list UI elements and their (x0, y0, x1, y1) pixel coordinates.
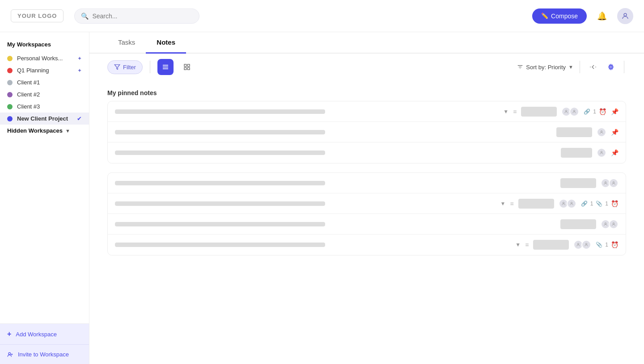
workspace-dot (7, 80, 13, 85)
svg-rect-9 (187, 67, 190, 70)
svg-rect-8 (184, 67, 186, 70)
attach-icon: 📎 (596, 201, 602, 207)
unpinned-notes-section: ▼ ≡ 🔗 1 (107, 172, 626, 255)
note-row: ▼ ≡ 🔗 1 (108, 193, 626, 214)
note-text-placeholder (115, 130, 325, 134)
sidebar-item-label: Client #2 (17, 91, 82, 98)
sidebar-item-label: Personal Works... (17, 55, 73, 62)
chevron-icon[interactable]: ▼ (500, 201, 506, 207)
toolbar-divider (150, 61, 150, 73)
settings-icon (607, 63, 614, 71)
clock-icon: ⏰ (611, 241, 619, 248)
pin-icon: ✦ (77, 55, 82, 62)
grid-icon (183, 63, 191, 71)
workspace-dot (7, 104, 13, 109)
sort-icon (517, 64, 523, 70)
sidebar-item-q1planning[interactable]: Q1 Planning ✦ (0, 64, 89, 76)
note-tag (518, 199, 554, 209)
sidebar-item-client3[interactable]: Client #3 (0, 100, 89, 113)
grid-view-button[interactable] (179, 59, 195, 75)
menu-icon[interactable]: ≡ (513, 108, 517, 115)
note-tag (556, 127, 592, 137)
chevron-icon[interactable]: ▼ (515, 242, 521, 248)
unpin-icon[interactable]: 📌 (611, 149, 619, 156)
hidden-workspaces-label: Hidden Workspaces (7, 127, 63, 134)
invite-workspace-button[interactable]: Invite to Workspace (0, 345, 89, 364)
note-avatars (601, 219, 619, 229)
pin-icon[interactable]: 📌 (611, 129, 619, 136)
svg-rect-7 (187, 64, 190, 67)
note-text-placeholder (115, 151, 325, 155)
filter-button[interactable]: Filter (107, 60, 143, 74)
clock-icon: ⏰ (599, 108, 606, 115)
svg-point-22 (613, 222, 614, 224)
tabs-bar: Tasks Notes (89, 32, 644, 54)
sidebar-item-label: Q1 Planning (17, 67, 73, 74)
add-workspace-button[interactable]: + Add Workspace (0, 324, 89, 345)
sidebar-item-label: Client #1 (17, 79, 82, 86)
pinned-notes-section: My pinned notes ▼ ≡ (107, 89, 626, 163)
workspace-dot (7, 68, 13, 73)
avatar (567, 199, 576, 209)
pencil-icon: ✏️ (541, 13, 548, 19)
pin-icon: ✦ (77, 67, 82, 74)
svg-point-20 (571, 202, 572, 203)
menu-icon[interactable]: ≡ (510, 200, 513, 207)
menu-icon[interactable]: ≡ (525, 241, 529, 248)
svg-point-21 (605, 222, 606, 224)
note-text-placeholder (115, 109, 325, 114)
notifications-button[interactable]: 🔔 (594, 8, 610, 24)
toolbar-divider2 (580, 61, 580, 73)
svg-point-19 (563, 202, 564, 203)
toolbar-right: Sort by: Priority ▼ (517, 60, 626, 74)
avatar (609, 178, 619, 188)
pin-icon[interactable]: 📌 (611, 108, 619, 115)
sidebar-item-label: New Client Project (17, 115, 72, 122)
note-tag (561, 148, 592, 158)
collapse-button[interactable] (586, 60, 600, 74)
svg-point-12 (610, 66, 612, 68)
compose-button[interactable]: ✏️ Compose (532, 8, 587, 24)
search-icon: 🔍 (81, 13, 89, 20)
header-right: ✏️ Compose 🔔 (532, 8, 633, 24)
workspace-dot (7, 56, 13, 61)
sidebar-item-client2[interactable]: Client #2 (0, 88, 89, 100)
chevron-icon[interactable]: ▼ (503, 109, 508, 115)
search-wrap: 🔍 (74, 8, 199, 24)
svg-rect-6 (184, 64, 186, 67)
avatar (581, 240, 591, 250)
main-layout: My Workspaces Personal Works... ✦ Q1 Pla… (0, 32, 644, 364)
note-row: ▼ ≡ 🔗 1 (108, 101, 626, 122)
sidebar-item-client1[interactable]: Client #1 (0, 76, 89, 88)
toolbar: Filter Sort by: Priority (89, 54, 644, 80)
settings-button[interactable] (604, 60, 618, 74)
hidden-workspaces-toggle[interactable]: Hidden Workspaces ▼ (0, 125, 89, 137)
chevron-down-icon: ▼ (568, 64, 573, 70)
link-icon: 🔗 (584, 109, 590, 115)
sidebar-item-personal[interactable]: Personal Works... ✦ (0, 52, 89, 64)
search-input[interactable] (92, 13, 193, 20)
note-row (108, 214, 626, 234)
note-avatars (597, 127, 606, 137)
search-box[interactable]: 🔍 (74, 8, 199, 24)
tab-tasks[interactable]: Tasks (107, 32, 146, 54)
workspaces-section-title: My Workspaces (0, 39, 89, 52)
note-avatars (601, 178, 619, 188)
list-view-button[interactable] (157, 59, 174, 75)
svg-point-14 (574, 110, 575, 111)
tab-notes[interactable]: Notes (146, 32, 186, 54)
note-tag (533, 240, 569, 250)
chevron-down-icon: ▼ (65, 128, 70, 134)
note-row (108, 173, 626, 193)
svg-point-24 (586, 243, 587, 245)
user-avatar-button[interactable] (617, 8, 633, 24)
note-avatars (561, 107, 579, 117)
sort-button[interactable]: Sort by: Priority ▼ (517, 64, 573, 71)
unpinned-notes-card: ▼ ≡ 🔗 1 (107, 172, 626, 255)
note-text-placeholder (115, 201, 325, 206)
sidebar-item-newclient[interactable]: New Client Project ✔ (0, 113, 89, 125)
note-row: 📌 (108, 142, 626, 163)
note-meta: 🔗 1 ⏰ (584, 108, 606, 115)
plus-icon: + (7, 330, 11, 338)
workspace-dot (7, 116, 13, 121)
